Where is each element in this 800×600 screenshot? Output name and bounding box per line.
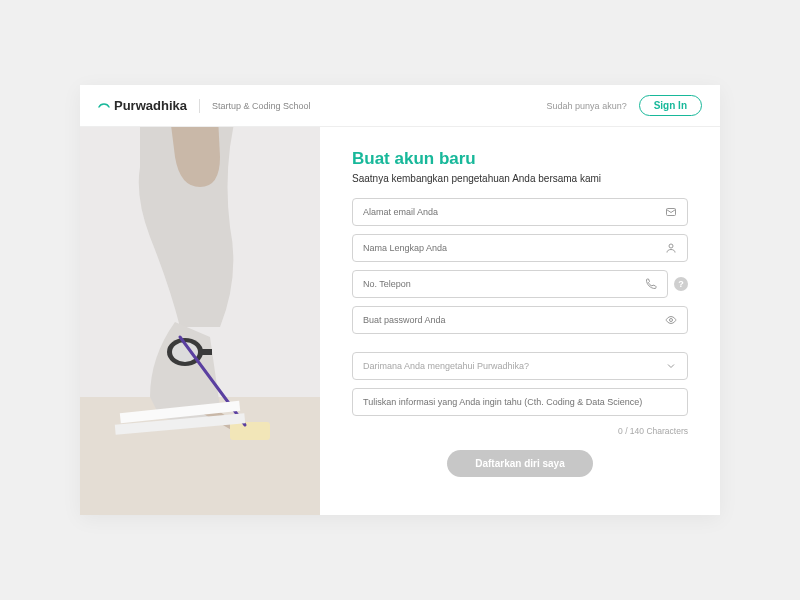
hero-image (80, 127, 320, 515)
chevron-down-icon (665, 360, 677, 372)
name-input[interactable] (363, 243, 657, 253)
form-subtitle: Saatnya kembangkan pengetahuan Anda bers… (352, 173, 688, 184)
info-input[interactable] (363, 397, 677, 407)
divider (199, 99, 200, 113)
svg-point-10 (669, 244, 673, 248)
signin-button[interactable]: Sign In (639, 95, 702, 116)
phone-help-icon[interactable]: ? (674, 277, 688, 291)
signup-form: Buat akun baru Saatnya kembangkan penget… (320, 127, 720, 515)
submit-button[interactable]: Daftarkan diri saya (447, 450, 593, 477)
name-field[interactable] (352, 234, 688, 262)
svg-rect-5 (230, 422, 270, 440)
svg-point-11 (670, 319, 673, 322)
phone-icon (645, 278, 657, 290)
info-field[interactable] (352, 388, 688, 416)
body: Buat akun baru Saatnya kembangkan penget… (80, 127, 720, 515)
email-input[interactable] (363, 207, 657, 217)
header-right: Sudah punya akun? Sign In (547, 95, 702, 116)
email-field[interactable] (352, 198, 688, 226)
phone-input[interactable] (363, 279, 637, 289)
password-input[interactable] (363, 315, 657, 325)
brand-tagline: Startup & Coding School (212, 101, 311, 111)
mail-icon (665, 206, 677, 218)
svg-rect-4 (198, 349, 212, 355)
header: Purwadhika Startup & Coding School Sudah… (80, 85, 720, 127)
have-account-text: Sudah punya akun? (547, 101, 627, 111)
char-count: 0 / 140 Characters (352, 426, 688, 436)
password-field[interactable] (352, 306, 688, 334)
person-icon (665, 242, 677, 254)
eye-icon[interactable] (665, 314, 677, 326)
phone-field[interactable] (352, 270, 668, 298)
brand: Purwadhika (98, 98, 187, 113)
signup-card: Purwadhika Startup & Coding School Sudah… (80, 85, 720, 515)
source-placeholder: Darimana Anda mengetahui Purwadhika? (363, 361, 657, 371)
source-field[interactable]: Darimana Anda mengetahui Purwadhika? (352, 352, 688, 380)
logo-icon (98, 100, 110, 112)
brand-name: Purwadhika (114, 98, 187, 113)
form-title: Buat akun baru (352, 149, 688, 169)
